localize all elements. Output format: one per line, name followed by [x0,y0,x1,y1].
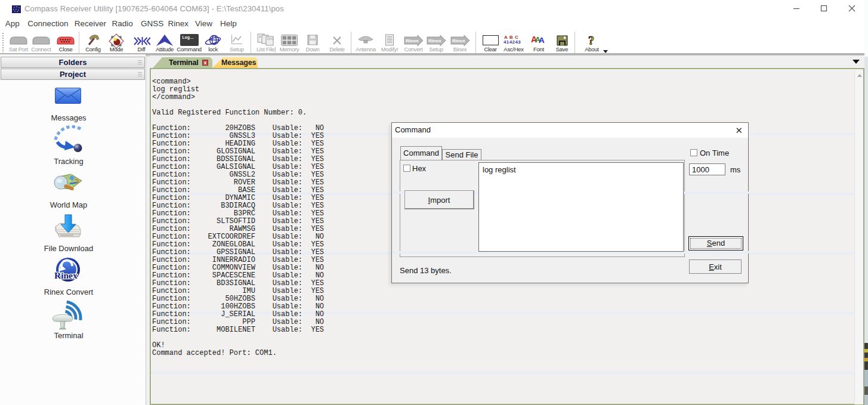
svg-text:Rinex: Rinex [54,270,78,280]
svg-text:?: ? [588,35,594,47]
svg-text:DOC: DOC [267,37,274,41]
svg-text:P: P [259,35,261,39]
svg-text:Rinex: Rinex [452,38,465,44]
svg-text:Rinex: Rinex [406,38,419,44]
svg-text:Rinex: Rinex [428,38,441,44]
